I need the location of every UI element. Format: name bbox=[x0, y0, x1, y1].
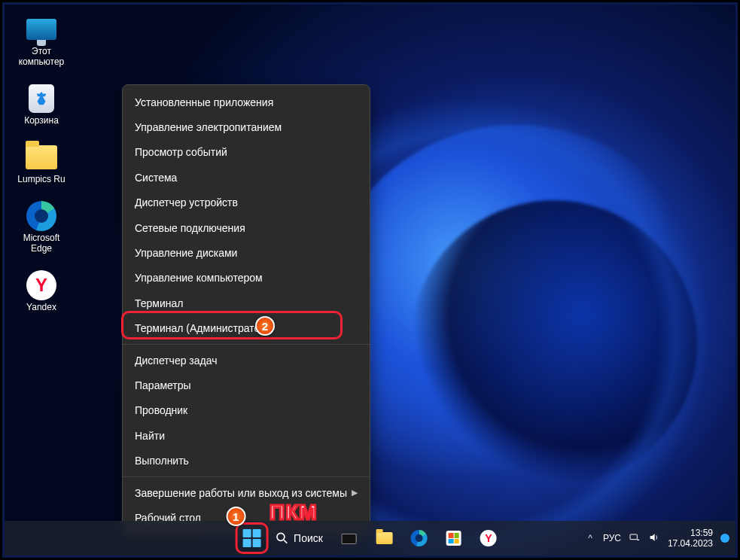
winx-item-disk-management[interactable]: Управление дисками bbox=[123, 240, 370, 265]
svg-line-1 bbox=[284, 540, 287, 543]
menu-item-label: Диспетчер задач bbox=[135, 355, 218, 367]
edge-icon bbox=[26, 201, 56, 231]
task-view-icon bbox=[342, 530, 358, 546]
annotation-badge-2: 2 bbox=[255, 316, 275, 336]
winx-item-installed-apps[interactable]: Установленные приложения bbox=[123, 90, 370, 114]
menu-item-label: Система bbox=[135, 172, 177, 184]
menu-item-label: Терминал (Администратор) bbox=[135, 322, 270, 334]
desktop-icon-this-pc[interactable]: Этот компьютер bbox=[13, 14, 70, 67]
search-icon bbox=[274, 531, 289, 546]
menu-separator bbox=[123, 476, 370, 477]
menu-item-label: Терминал bbox=[135, 297, 183, 309]
winx-item-event-viewer[interactable]: Просмотр событий bbox=[123, 140, 370, 165]
taskbar-search[interactable]: Поиск bbox=[271, 523, 330, 553]
menu-item-label: Управление электропитанием bbox=[135, 121, 282, 133]
desktop-icon-label: Корзина bbox=[24, 115, 59, 126]
winx-item-shutdown-signout[interactable]: Завершение работы или выход из системы▶ bbox=[123, 480, 370, 505]
tray-time: 13:59 bbox=[668, 528, 713, 538]
winx-item-computer-management[interactable]: Управление компьютером bbox=[123, 266, 370, 291]
edge-icon bbox=[411, 530, 428, 546]
winx-item-terminal[interactable]: Терминал bbox=[123, 291, 370, 315]
taskbar-task-view[interactable] bbox=[335, 523, 365, 553]
winx-item-run[interactable]: Выполнить bbox=[123, 448, 370, 473]
menu-item-label: Сетевые подключения bbox=[135, 222, 245, 234]
menu-item-label: Завершение работы или выход из системы bbox=[135, 487, 347, 499]
menu-item-label: Управление дисками bbox=[135, 247, 237, 259]
menu-item-label: Просмотр событий bbox=[135, 146, 227, 158]
desktop-icon-folder-lumpics[interactable]: Lumpics Ru bbox=[13, 142, 70, 184]
windows-logo-icon bbox=[242, 529, 260, 547]
winx-item-task-manager[interactable]: Диспетчер задач bbox=[123, 348, 370, 373]
desktop-icon-recycle-bin[interactable]: Корзина bbox=[13, 84, 70, 126]
desktop-icon-label: Lumpics Ru bbox=[17, 174, 65, 184]
tray-volume-icon[interactable] bbox=[648, 531, 660, 546]
tray-network-icon[interactable] bbox=[629, 531, 641, 546]
menu-item-label: Параметры bbox=[135, 379, 191, 391]
taskbar-file-explorer[interactable] bbox=[370, 523, 400, 553]
winx-item-file-explorer[interactable]: Проводник bbox=[123, 398, 370, 423]
yandex-icon: Y bbox=[480, 530, 497, 546]
taskbar-edge[interactable] bbox=[404, 523, 434, 553]
winx-item-terminal-admin[interactable]: Терминал (Администратор) bbox=[123, 316, 370, 341]
desktop-icon-edge[interactable]: Microsoft Edge bbox=[13, 201, 70, 254]
menu-item-label: Проводник bbox=[135, 404, 187, 416]
tray-date: 17.04.2023 bbox=[668, 538, 713, 549]
svg-rect-2 bbox=[630, 534, 637, 540]
winx-item-device-manager[interactable]: Диспетчер устройств bbox=[123, 190, 370, 215]
yandex-icon: Y bbox=[26, 270, 56, 300]
folder-icon bbox=[376, 532, 393, 544]
taskbar: 1 ПКМ Поиск Y ^ РУС 13:59 17.04.2023 bbox=[5, 521, 735, 555]
annotation-text-pkm: ПКМ bbox=[270, 501, 318, 525]
chevron-right-icon: ▶ bbox=[352, 488, 358, 498]
start-button[interactable] bbox=[236, 523, 266, 553]
menu-item-label: Установленные приложения bbox=[135, 96, 273, 108]
menu-separator bbox=[123, 344, 370, 345]
tray-language[interactable]: РУС bbox=[603, 533, 621, 543]
tray-clock[interactable]: 13:59 17.04.2023 bbox=[668, 528, 713, 549]
system-tray: ^ РУС 13:59 17.04.2023 bbox=[585, 528, 729, 549]
winx-item-power-options[interactable]: Управление электропитанием bbox=[123, 114, 370, 139]
desktop-icon-label: Yandex bbox=[26, 302, 56, 312]
search-label: Поиск bbox=[294, 532, 323, 544]
desktop-icons: Этот компьютер Корзина Lumpics Ru Micros… bbox=[13, 14, 70, 312]
tray-overflow-button[interactable]: ^ bbox=[585, 530, 595, 546]
menu-item-label: Диспетчер устройств bbox=[135, 196, 238, 208]
winx-item-settings[interactable]: Параметры bbox=[123, 373, 370, 397]
tray-notification-dot[interactable] bbox=[720, 534, 729, 543]
winx-item-search[interactable]: Найти bbox=[123, 423, 370, 448]
taskbar-yandex[interactable]: Y bbox=[474, 523, 504, 553]
ms-store-icon bbox=[446, 531, 461, 546]
menu-item-label: Управление компьютером bbox=[135, 272, 263, 284]
annotation-badge-1: 1 bbox=[226, 507, 245, 526]
menu-item-label: Выполнить bbox=[135, 455, 189, 467]
svg-rect-3 bbox=[637, 539, 639, 540]
winx-context-menu: Установленные приложения Управление элек… bbox=[122, 84, 370, 536]
winx-item-system[interactable]: Система bbox=[123, 165, 370, 190]
recycle-bin-icon bbox=[29, 84, 54, 113]
desktop-icon-yandex[interactable]: Y Yandex bbox=[13, 270, 70, 312]
monitor-icon bbox=[26, 19, 56, 40]
desktop-icon-label: Microsoft Edge bbox=[23, 233, 60, 254]
svg-point-0 bbox=[276, 533, 284, 540]
menu-item-label: Найти bbox=[135, 430, 165, 442]
taskbar-store[interactable] bbox=[439, 523, 469, 553]
folder-icon bbox=[26, 145, 57, 169]
desktop-icon-label: Этот компьютер bbox=[19, 46, 65, 67]
winx-item-network-connections[interactable]: Сетевые подключения bbox=[123, 215, 370, 240]
